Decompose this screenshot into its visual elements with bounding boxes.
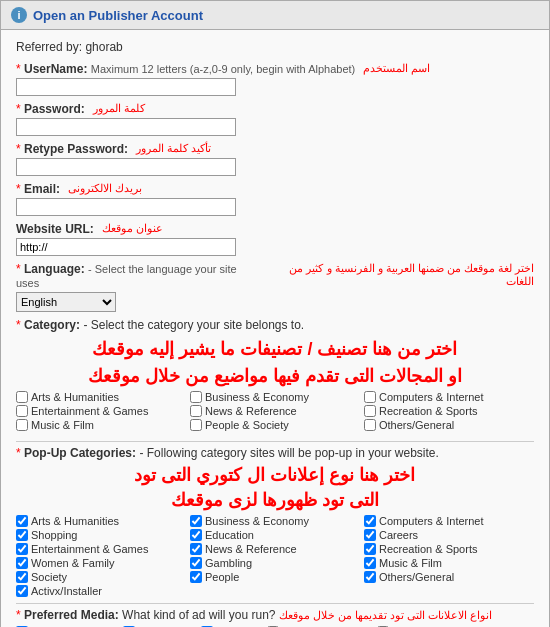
referred-value: ghorab [85,40,122,54]
referred-row: Referred by: ghorab [16,40,534,54]
popup-checkbox-society[interactable] [16,571,28,583]
popup-checkbox-recreation[interactable] [364,543,376,555]
popup-checkbox-education[interactable] [190,529,202,541]
form-body: Referred by: ghorab * UserName: Maximum … [1,30,549,627]
category-checkbox-arts[interactable] [16,391,28,403]
list-item: Others/General [364,419,534,431]
username-row: * UserName: Maximum 12 letters (a-z,0-9 … [16,62,534,96]
category-overlay-2: او المجالات التى تقدم فيها مواضيع من خلا… [16,365,534,388]
username-input[interactable] [16,78,236,96]
popup-checkbox-music[interactable] [364,557,376,569]
header: i Open an Publisher Account [1,1,549,30]
popup-checkbox-activx[interactable] [16,585,28,597]
referred-label: Referred by: [16,40,82,54]
password-label: * Password: [16,102,85,116]
popup-overlay-1: اختر هنا نوع إعلانات ال كتوري التى تود [16,464,534,487]
popup-checkbox-computers[interactable] [364,515,376,527]
list-item: Activx/Installer [16,585,186,597]
email-input[interactable] [16,198,236,216]
category-checkbox-entertainment[interactable] [16,405,28,417]
popup-checkbox-people[interactable] [190,571,202,583]
preferred-media-arabic-hint: انواع الاعلانات التى تود تقديمها من خلال… [279,609,492,621]
popup-label: * Pop-Up Categories: - Following categor… [16,446,534,460]
divider-2 [16,603,534,604]
list-item: Recreation & Sports [364,405,534,417]
website-input[interactable] [16,238,236,256]
category-checkbox-others[interactable] [364,419,376,431]
info-icon: i [11,7,27,23]
divider-1 [16,441,534,442]
main-container: i Open an Publisher Account Referred by:… [0,0,550,627]
list-item: Music & Film [364,557,534,569]
password-input[interactable] [16,118,236,136]
language-row: * Language: - Select the language your s… [16,262,534,312]
popup-checkbox-gambling[interactable] [190,557,202,569]
list-item: Women & Family [16,557,186,569]
retype-password-arabic-hint: تأكيد كلمة المرور [136,142,211,155]
preferred-media-section: * Preferred Media: What kind of ad will … [16,608,534,627]
website-label: Website URL: [16,222,94,236]
list-item: Entertainment & Games [16,543,186,555]
category-checkbox-recreation[interactable] [364,405,376,417]
list-item: Shopping [16,529,186,541]
password-row: * Password: كلمة المرور [16,102,534,136]
page-title: Open an Publisher Account [33,8,203,23]
list-item: Gambling [190,557,360,569]
language-arabic-hint: اختر لغة موقعك من ضمنها العربية و الفرنس… [265,262,534,288]
popup-checkbox-shopping[interactable] [16,529,28,541]
retype-password-label: * Retype Password: [16,142,128,156]
list-item: Society [16,571,186,583]
email-label: * Email: [16,182,60,196]
list-item: Recreation & Sports [364,543,534,555]
popup-checkbox-business[interactable] [190,515,202,527]
list-item: Arts & Humanities [16,391,186,403]
popup-checkbox-careers[interactable] [364,529,376,541]
popup-checkbox-others[interactable] [364,571,376,583]
list-item: Music & Film [16,419,186,431]
popup-checkbox-entertainment[interactable] [16,543,28,555]
popup-section: * Pop-Up Categories: - Following categor… [16,446,534,597]
category-section: * Category: - Select the category your s… [16,318,534,435]
list-item: News & Reference [190,543,360,555]
list-item: Business & Economy [190,391,360,403]
password-arabic-hint: كلمة المرور [93,102,145,115]
popup-checkbox-women[interactable] [16,557,28,569]
retype-password-input[interactable] [16,158,236,176]
username-arabic-hint: اسم المستخدم [363,62,430,75]
list-item: Computers & Internet [364,391,534,403]
list-item: Others/General [364,571,534,583]
username-label: * UserName: Maximum 12 letters (a-z,0-9 … [16,62,355,76]
list-item: Careers [364,529,534,541]
list-item: Education [190,529,360,541]
category-checkbox-people[interactable] [190,419,202,431]
category-grid: Arts & Humanities Business & Economy Com… [16,391,534,431]
list-item: People [190,571,360,583]
list-item: Computers & Internet [364,515,534,527]
popup-checkbox-arts[interactable] [16,515,28,527]
popup-checkbox-news[interactable] [190,543,202,555]
language-select[interactable]: English Arabic French Spanish [16,292,116,312]
list-item: Business & Economy [190,515,360,527]
website-row: Website URL: عنوان موقعك [16,222,534,256]
category-checkbox-music[interactable] [16,419,28,431]
list-item: People & Society [190,419,360,431]
category-label: * Category: - Select the category your s… [16,318,534,332]
list-item: News & Reference [190,405,360,417]
email-arabic-hint: بريدك الالكترونى [68,182,142,195]
preferred-media-label: * Preferred Media: What kind of ad will … [16,608,534,622]
list-item: Arts & Humanities [16,515,186,527]
popup-overlay-2: التى تود ظهورها لزى موقعك [16,489,534,512]
category-checkbox-computers[interactable] [364,391,376,403]
website-arabic-hint: عنوان موقعك [102,222,163,235]
language-label: * Language: - Select the language your s… [16,262,257,290]
category-checkbox-news[interactable] [190,405,202,417]
email-row: * Email: بريدك الالكترونى [16,182,534,216]
category-overlay-1: اختر من هنا تصنيف / تصنيفات ما يشير إليه… [16,338,534,361]
category-checkbox-business[interactable] [190,391,202,403]
popup-grid: Arts & Humanities Business & Economy Com… [16,515,534,597]
list-item: Entertainment & Games [16,405,186,417]
retype-password-row: * Retype Password: تأكيد كلمة المرور [16,142,534,176]
